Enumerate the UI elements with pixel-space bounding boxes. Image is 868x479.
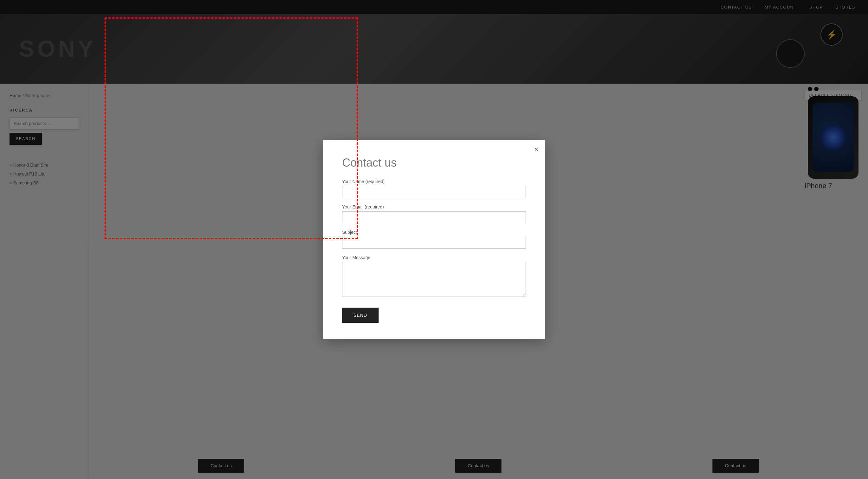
modal-title: Contact us bbox=[342, 156, 526, 169]
email-label: Your Email (required) bbox=[342, 204, 526, 210]
name-label: Your Name (required) bbox=[342, 179, 526, 184]
subject-label: Subject bbox=[342, 230, 526, 235]
form-group-name: Your Name (required) bbox=[342, 179, 526, 198]
send-button[interactable]: SEND bbox=[342, 308, 378, 323]
form-group-subject: Subject bbox=[342, 230, 526, 249]
modal-close-button[interactable]: × bbox=[534, 146, 538, 153]
contact-form: Your Name (required) Your Email (require… bbox=[342, 179, 526, 323]
form-group-email: Your Email (required) bbox=[342, 204, 526, 223]
modal-overlay[interactable]: × Contact us Your Name (required) Your E… bbox=[0, 0, 868, 479]
form-group-message: Your Message bbox=[342, 255, 526, 298]
contact-modal: × Contact us Your Name (required) Your E… bbox=[323, 140, 545, 339]
name-input[interactable] bbox=[342, 186, 526, 198]
message-label: Your Message bbox=[342, 255, 526, 260]
email-input[interactable] bbox=[342, 211, 526, 223]
subject-input[interactable] bbox=[342, 237, 526, 249]
highlight-box bbox=[104, 18, 358, 239]
message-textarea[interactable] bbox=[342, 262, 526, 297]
